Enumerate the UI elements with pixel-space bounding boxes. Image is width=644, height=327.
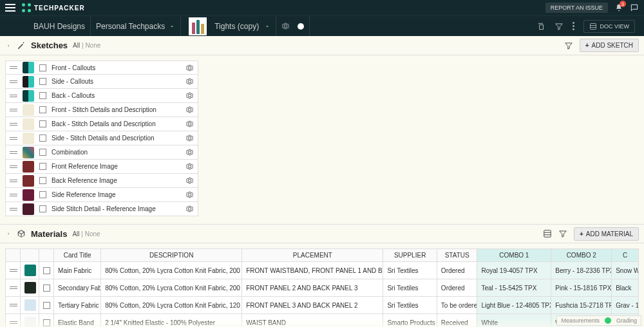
brand-text: TECHPACKER <box>34 5 85 12</box>
footer-tabs[interactable]: Measurements Grading <box>556 315 641 326</box>
status: Received <box>437 314 477 328</box>
checkbox[interactable] <box>43 285 50 292</box>
drag-handle[interactable] <box>10 269 17 272</box>
checkbox[interactable] <box>43 319 50 326</box>
gear-icon[interactable] <box>185 162 194 171</box>
gear-icon[interactable] <box>185 64 194 72</box>
drag-handle[interactable] <box>10 95 17 97</box>
table-row[interactable]: Secondary Fabric80% Cotton, 20% Lycra Co… <box>6 279 639 297</box>
sketch-name: Front - Callouts <box>52 64 180 71</box>
breadcrumb-item[interactable]: Tights (copy) <box>181 16 276 36</box>
grading-tab[interactable]: Grading <box>616 317 637 324</box>
table-row[interactable]: Tertiary Fabric80% Cotton, 20% Lycra Cot… <box>6 297 639 314</box>
drag-handle[interactable] <box>10 137 17 140</box>
filter-icon[interactable] <box>554 22 564 31</box>
add-material-button[interactable]: +ADD MATERIAL <box>574 227 639 241</box>
notification-icon[interactable]: 3 <box>614 3 623 12</box>
collapse-icon[interactable] <box>5 230 12 237</box>
copy-icon[interactable] <box>536 22 545 31</box>
checkbox[interactable] <box>39 177 46 184</box>
gear-icon[interactable] <box>185 91 194 100</box>
sketch-row[interactable]: Back - Stitch Details and Description <box>5 117 198 131</box>
table-row[interactable]: Main Fabric80% Cotton, 20% Lycra Cotton … <box>6 262 639 279</box>
breadcrumb-org[interactable]: BAUH Designs <box>28 16 91 36</box>
cube-icon <box>17 229 26 238</box>
checkbox[interactable] <box>39 149 46 156</box>
checkbox[interactable] <box>39 120 46 127</box>
collapse-icon[interactable] <box>5 42 12 49</box>
gear-icon[interactable] <box>185 191 194 199</box>
gear-icon[interactable] <box>185 120 194 128</box>
checkbox[interactable] <box>39 191 46 198</box>
item-settings[interactable] <box>276 16 310 36</box>
more-icon[interactable] <box>573 22 574 30</box>
report-issue-button[interactable]: REPORT AN ISSUE <box>545 3 608 13</box>
drag-handle[interactable] <box>10 208 17 210</box>
gear-icon[interactable] <box>185 106 194 114</box>
sketch-row[interactable]: Combination <box>5 145 198 160</box>
logo[interactable]: TECHPACKER <box>22 3 85 12</box>
checkbox[interactable] <box>39 106 46 113</box>
gear-icon[interactable] <box>185 148 194 156</box>
add-sketch-button[interactable]: +ADD SKETCH <box>580 39 639 52</box>
description: 80% Cotton, 20% Lycra Cotton Knit Fabric… <box>101 279 242 297</box>
checkbox[interactable] <box>39 205 46 212</box>
measurements-tab[interactable]: Measurements <box>561 317 600 324</box>
chat-icon[interactable] <box>630 3 639 12</box>
drag-handle[interactable] <box>10 165 17 168</box>
sketch-swatch <box>23 161 34 173</box>
sketch-row[interactable]: Back - Callouts <box>5 89 198 103</box>
gear-icon[interactable] <box>281 22 290 30</box>
sketch-row[interactable]: Front - Callouts <box>5 61 198 75</box>
checkbox[interactable] <box>39 64 46 71</box>
sketch-swatch <box>23 203 34 215</box>
drag-handle[interactable] <box>10 286 17 289</box>
drag-handle[interactable] <box>10 151 17 154</box>
gear-icon[interactable] <box>185 205 194 213</box>
table-row[interactable]: Elastic Band2 1/4" Knitted Elastic - 100… <box>6 314 639 328</box>
status-dot <box>605 317 611 324</box>
sketch-row[interactable]: Back Reference Image <box>5 174 198 188</box>
checkbox[interactable] <box>43 267 50 274</box>
supplier: Sri Textiles <box>383 279 437 297</box>
checkbox[interactable] <box>39 92 46 99</box>
sketch-swatch <box>23 90 34 102</box>
combo2: Pink - 15-1816 TPX <box>551 279 612 297</box>
drag-handle[interactable] <box>10 304 17 306</box>
sketch-row[interactable]: Side Stitch Detail - Reference Image <box>5 202 198 216</box>
status: Ordered <box>437 262 477 279</box>
col-header: DESCRIPTION <box>101 249 242 262</box>
sketch-row[interactable]: Side - Stitch Details and Description <box>5 131 198 145</box>
col-header: SUPPLIER <box>383 249 437 262</box>
sketch-row[interactable]: Side - Callouts <box>5 75 198 89</box>
drag-handle[interactable] <box>10 321 17 324</box>
select-all-none[interactable]: All | None <box>73 42 100 49</box>
drag-handle[interactable] <box>10 66 17 69</box>
filter-icon[interactable] <box>558 229 567 238</box>
checkbox[interactable] <box>43 302 50 309</box>
drag-handle[interactable] <box>10 123 17 126</box>
gear-icon[interactable] <box>185 134 194 142</box>
select-all-none[interactable]: All | None <box>72 230 100 238</box>
filter-icon[interactable] <box>564 41 573 50</box>
sketch-row[interactable]: Side Reference Image <box>5 188 198 202</box>
sketches-header: Sketches All | None +ADD SKETCH <box>0 36 644 55</box>
combo3: Grav - 15- <box>612 297 639 314</box>
gear-icon[interactable] <box>185 77 194 86</box>
checkbox[interactable] <box>39 135 46 142</box>
drag-handle[interactable] <box>10 109 17 111</box>
drag-handle[interactable] <box>10 194 17 196</box>
drag-handle[interactable] <box>10 80 17 83</box>
breadcrumb-collection[interactable]: Personal Techpacks <box>91 16 181 36</box>
combo1: Light Blue - 12-4805 TPX <box>477 297 551 314</box>
grid-icon[interactable] <box>543 229 552 238</box>
checkbox[interactable] <box>39 163 46 170</box>
checkbox[interactable] <box>39 78 46 85</box>
drag-handle[interactable] <box>10 180 17 182</box>
gear-icon[interactable] <box>185 176 194 185</box>
menu-icon[interactable] <box>5 3 15 13</box>
combo3: Black <box>612 279 639 297</box>
doc-view-button[interactable]: DOC VIEW <box>583 20 635 33</box>
sketch-row[interactable]: Front - Stitch Details and Description <box>5 103 198 117</box>
sketch-row[interactable]: Front Reference Image <box>5 160 198 174</box>
